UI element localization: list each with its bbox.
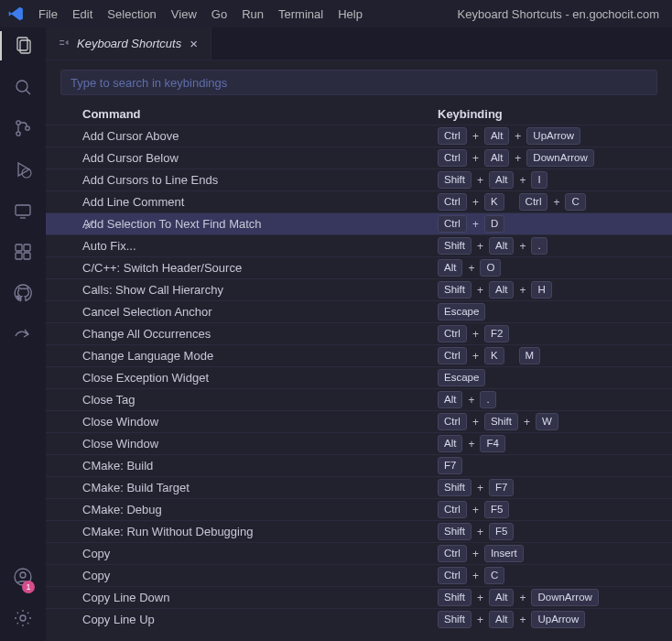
menu-file[interactable]: File [31, 0, 65, 27]
keybinding-row[interactable]: CMake: DebugCtrl+F5 [46, 498, 672, 520]
activity-github-icon[interactable] [12, 282, 34, 307]
keybinding-row[interactable]: Add Cursors to Line EndsShift+Alt+I [46, 168, 672, 190]
keybinding-row[interactable]: Calls: Show Call HierarchyShift+Alt+H [46, 278, 672, 300]
activity-extensions-icon[interactable] [12, 241, 34, 266]
activity-explorer-icon[interactable] [12, 35, 34, 60]
key-chip: UpArrow [531, 611, 585, 628]
key-chip: Ctrl [438, 545, 467, 562]
svg-point-15 [20, 572, 26, 578]
search-strip[interactable] [60, 70, 657, 95]
keybinding-row[interactable]: CopyCtrl+Insert [46, 542, 672, 564]
keybinding-row[interactable]: Change Language ModeCtrl+KM [46, 344, 672, 366]
keybinding-row[interactable]: Close TagAlt+. [46, 388, 672, 410]
activity-search-icon[interactable] [12, 76, 34, 101]
keybinding-grid: Command Keybinding Add Cursor AboveCtrl+… [46, 103, 672, 641]
plus-separator: + [471, 350, 481, 363]
key-chip: W [536, 413, 558, 430]
menu-help[interactable]: Help [331, 0, 370, 27]
activity-account-icon[interactable]: 1 [12, 566, 34, 591]
command-label: Add Cursor Below [82, 151, 438, 165]
key-chip: Alt [489, 237, 514, 255]
plus-separator: + [522, 416, 532, 429]
edit-icon[interactable] [79, 213, 101, 235]
editor-area: Keyboard Shortcuts × Command Keybinding … [46, 27, 672, 641]
keybinding-row[interactable]: Add Line CommentCtrl+KCtrl+C [46, 190, 672, 212]
keybinding-row[interactable]: Close WindowAlt+F4 [46, 432, 672, 454]
key-chip: UpArrow [526, 127, 580, 145]
activity-scm-icon[interactable] [12, 117, 34, 142]
svg-rect-0 [17, 38, 27, 50]
activity-debug-icon[interactable] [12, 158, 34, 183]
menu-terminal[interactable]: Terminal [271, 0, 331, 27]
keybinding-row[interactable]: Add Cursor BelowCtrl+Alt+DownArrow [46, 147, 672, 168]
menu-view[interactable]: View [164, 0, 204, 27]
command-label: CMake: Build Target [82, 481, 438, 494]
plus-separator: + [517, 284, 527, 297]
menu-run[interactable]: Run [234, 0, 271, 27]
menu-go[interactable]: Go [204, 0, 234, 27]
header-keybinding[interactable]: Keybinding [438, 107, 672, 121]
keybinding-row[interactable]: Close Exception WidgetEscape [46, 366, 672, 388]
key-chip: . [531, 237, 547, 255]
plus-separator: + [517, 592, 527, 604]
plus-separator: + [517, 174, 527, 187]
keybinding-row[interactable]: CMake: BuildF7 [46, 454, 672, 476]
command-label: Close Exception Widget [82, 371, 438, 385]
key-chip: Shift [438, 479, 471, 496]
keybinding-row[interactable]: Add Cursor AboveCtrl+Alt+UpArrow [46, 125, 672, 147]
keybinding-cell: Ctrl+Alt+DownArrow [438, 149, 672, 167]
key-chip: O [480, 259, 501, 277]
keybinding-row[interactable]: Auto Fix...Shift+Alt+. [46, 234, 672, 256]
keybinding-cell: Escape [438, 369, 672, 386]
key-chip: Ctrl [438, 501, 467, 518]
command-label: Close Tag [82, 393, 438, 407]
command-label: CMake: Debug [82, 503, 438, 516]
key-chip: M [519, 347, 541, 364]
svg-rect-9 [16, 205, 30, 215]
keybinding-row[interactable]: CMake: Build TargetShift+F7 [46, 476, 672, 498]
keybinding-cell: F7 [438, 457, 672, 474]
command-label: Change All Occurrences [82, 327, 438, 341]
menu-edit[interactable]: Edit [65, 0, 100, 27]
command-label: CMake: Build [82, 459, 438, 473]
keybinding-row[interactable]: CopyCtrl+C [46, 564, 672, 586]
key-chip: Shift [484, 413, 518, 430]
keybinding-row[interactable]: CMake: Run Without DebuggingShift+F5 [46, 520, 672, 542]
tab-keyboard-shortcuts[interactable]: Keyboard Shortcuts × [46, 27, 211, 60]
plus-separator: + [513, 152, 523, 165]
close-icon[interactable]: × [188, 36, 200, 51]
key-chip: F7 [489, 479, 514, 496]
keybinding-cell: Shift+Alt+UpArrow [438, 611, 672, 628]
plus-separator: + [466, 438, 476, 451]
key-chip: Alt [438, 435, 462, 452]
plus-separator: + [513, 130, 523, 143]
plus-separator: + [551, 196, 561, 209]
keybinding-row[interactable]: Add Selection To Next Find MatchCtrl+D [46, 212, 672, 234]
plus-separator: + [475, 240, 485, 253]
tab-bar: Keyboard Shortcuts × [46, 27, 672, 60]
key-chip: DownArrow [531, 589, 598, 606]
activity-remote-icon[interactable] [12, 200, 34, 224]
keybinding-row[interactable]: Change All OccurrencesCtrl+F2 [46, 322, 672, 344]
keybinding-cell: Ctrl+KCtrl+C [438, 193, 672, 211]
keybinding-row[interactable]: Close WindowCtrl+Shift+W [46, 410, 672, 432]
grid-header: Command Keybinding [46, 103, 672, 125]
activity-share-icon[interactable] [12, 323, 34, 348]
keybinding-row[interactable]: C/C++: Switch Header/SourceAlt+O [46, 256, 672, 278]
keybinding-row[interactable]: Cancel Selection AnchorEscape [46, 300, 672, 322]
keybinding-cell: Shift+Alt+H [438, 281, 672, 299]
menu-selection[interactable]: Selection [100, 0, 163, 27]
command-label: C/C++: Switch Header/Source [82, 261, 438, 275]
activity-settings-icon[interactable] [12, 607, 34, 632]
key-chip: Escape [438, 303, 485, 320]
key-chip: K [484, 347, 504, 364]
keybinding-search-input[interactable] [70, 76, 647, 90]
header-command[interactable]: Command [82, 107, 438, 121]
key-chip: . [480, 391, 495, 408]
keybinding-row[interactable]: Copy Line DownShift+Alt+DownArrow [46, 586, 672, 608]
keybinding-row[interactable]: Copy Line UpShift+Alt+UpArrow [46, 608, 672, 630]
plus-separator: + [475, 174, 485, 187]
key-chip: Ctrl [438, 127, 467, 145]
key-chip: F4 [480, 435, 504, 452]
plus-separator: + [466, 394, 476, 407]
